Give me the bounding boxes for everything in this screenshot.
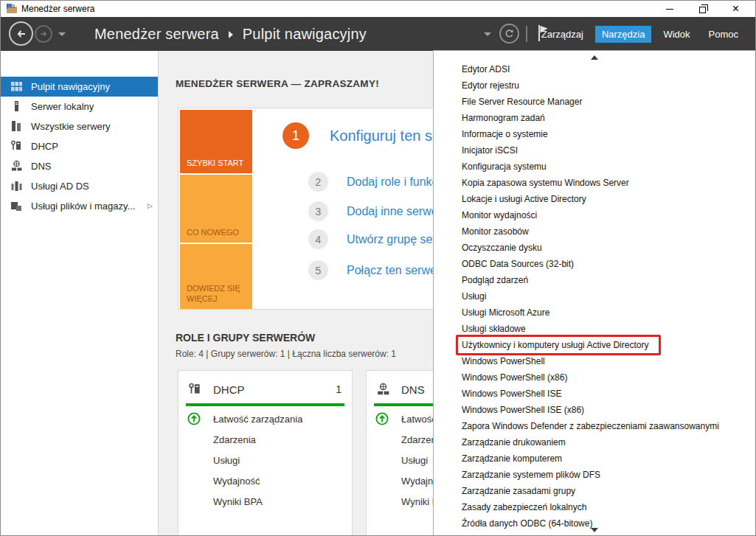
green-up-arrow-icon — [187, 411, 201, 426]
dhcp-row-services[interactable]: Usługi — [178, 450, 352, 470]
ad-ds-icon — [10, 180, 23, 192]
file-storage-icon — [10, 200, 23, 212]
tools-menu-item[interactable]: File Server Resource Manager — [434, 94, 755, 110]
tools-menu-item-highlighted[interactable]: Użytkownicy i komputery usługi Active Di… — [434, 337, 755, 353]
tools-menu-item[interactable]: Monitor zasobów — [434, 223, 755, 240]
tools-menu-item[interactable]: Edytor ADSI — [434, 61, 755, 77]
forward-button[interactable] — [35, 25, 52, 43]
dhcp-icon — [188, 383, 202, 397]
breadcrumb-page: Pulpit nawigacyjny — [243, 26, 367, 43]
tools-menu-item[interactable]: Informacje o systemie — [434, 126, 755, 142]
tools-menu-item[interactable]: Windows PowerShell — [434, 353, 755, 369]
tools-menu-item[interactable]: Harmonogram zadań — [434, 110, 755, 126]
tools-menu-item[interactable]: Konfiguracja systemu — [434, 159, 755, 175]
restore-icon — [699, 7, 706, 13]
sidebar-item-label: DHCP — [31, 141, 58, 152]
refresh-button[interactable] — [499, 24, 519, 43]
back-arrow-icon — [15, 27, 28, 41]
refresh-icon — [504, 28, 515, 39]
minimize-button[interactable] — [653, 1, 686, 17]
tools-menu-item[interactable]: Windows PowerShell ISE — [434, 386, 755, 402]
server-manager-window: Menedżer serwera × Menedżer serwera Pulp… — [0, 0, 756, 536]
local-server-icon — [10, 100, 23, 113]
step-number-badge: 5 — [308, 260, 328, 280]
tools-dropdown-menu: Edytor ADSI Edytor rejestru File Server … — [433, 50, 755, 535]
dhcp-row-manageability[interactable]: Łatwość zarządzania — [178, 408, 352, 429]
menubar: Zarządzaj Narzędzia Widok Pomoc — [535, 17, 745, 51]
tools-menu-item[interactable]: Usługi — [434, 288, 755, 304]
dhcp-row-events[interactable]: Zdarzenia — [178, 429, 352, 450]
breadcrumb-separator-icon — [229, 31, 233, 38]
sidebar-item-label: Usługi plików i magazy... — [31, 201, 135, 212]
dhcp-row-performance[interactable]: Wydajność — [178, 470, 352, 491]
address-caret-icon[interactable] — [484, 32, 491, 36]
step-number-badge: 1 — [282, 122, 309, 149]
forward-arrow-icon — [38, 29, 49, 39]
sidebar-item-ad-ds[interactable]: Usługi AD DS — [1, 176, 158, 196]
tools-menu-item[interactable]: Windows PowerShell (x86) — [434, 369, 755, 386]
sidebar-item-label: Pulpit nawigacyjny — [31, 81, 110, 92]
navigation-bar: Menedżer serwera Pulpit nawigacyjny Zarz… — [1, 17, 755, 51]
tools-menu-item[interactable]: Usługi Microsoft Azure — [434, 304, 755, 321]
tools-menu-item[interactable]: Windows PowerShell ISE (x86) — [434, 402, 755, 418]
sidebar: Pulpit nawigacyjny Serwer lokalny Wszyst… — [1, 51, 159, 535]
tools-menu-item[interactable]: Monitor wydajności — [434, 207, 755, 223]
tools-menu-item[interactable]: Lokacje i usługi Active Directory — [434, 191, 755, 207]
sidebar-item-dns[interactable]: DNS — [1, 156, 158, 176]
green-up-arrow-icon — [375, 411, 389, 426]
tools-menu-item[interactable]: Oczyszczanie dysku — [434, 240, 755, 256]
back-button[interactable] — [9, 21, 33, 46]
tools-menu-item[interactable]: Edytor rejestru — [434, 77, 755, 94]
menu-pomoc[interactable]: Pomoc — [702, 26, 745, 43]
tools-menu-item[interactable]: Usługi składowe — [434, 321, 755, 337]
dns-icon — [10, 160, 23, 173]
sidebar-item-dashboard[interactable]: Pulpit nawigacyjny — [1, 77, 158, 97]
dhcp-row-bpa[interactable]: Wyniki BPA — [178, 491, 352, 512]
breadcrumb-root[interactable]: Menedżer serwera — [94, 26, 219, 43]
dhcp-icon — [10, 140, 23, 153]
roles-summary: Role: 4 | Grupy serwerów: 1 | Łączna lic… — [176, 349, 396, 359]
tools-menu-item[interactable]: Inicjator iSCSI — [434, 142, 755, 159]
tools-menu-item[interactable]: ODBC Data Sources (32-bit) — [434, 256, 755, 272]
title-bar: Menedżer serwera × — [1, 1, 755, 17]
scroll-down-arrow-icon[interactable] — [591, 528, 598, 532]
whats-new-tab[interactable]: CO NOWEGO — [180, 175, 252, 243]
step-add-roles[interactable]: 2 Dodaj role i funkcje — [308, 172, 447, 192]
sidebar-item-all-servers[interactable]: Wszystkie serwery — [1, 116, 158, 136]
tools-menu-item[interactable]: Kopia zapasowa systemu Windows Server — [434, 175, 755, 191]
tools-menu-item[interactable]: Zasady zabezpieczeń lokalnych — [434, 499, 755, 515]
step-number-badge: 3 — [308, 201, 328, 221]
sidebar-item-label: Usługi AD DS — [31, 181, 89, 192]
expand-arrow-icon[interactable]: ▷ — [148, 202, 153, 209]
scroll-up-arrow-icon[interactable] — [591, 55, 598, 60]
sidebar-item-label: Wszystkie serwery — [31, 121, 111, 132]
history-caret-icon[interactable] — [58, 32, 66, 36]
quick-start-label: SZYBKI START — [187, 158, 243, 168]
sidebar-item-file-storage-services[interactable]: Usługi plików i magazy... ▷ — [1, 196, 158, 216]
row-icon-spacer — [375, 453, 389, 467]
tools-menu-item[interactable]: Zarządzanie komputerem — [434, 450, 755, 467]
row-icon-spacer — [375, 473, 389, 488]
menu-zarzadzaj[interactable]: Zarządzaj — [535, 26, 590, 43]
sidebar-item-label: DNS — [31, 161, 51, 172]
sidebar-item-dhcp[interactable]: DHCP — [1, 136, 158, 156]
close-button[interactable]: × — [719, 1, 752, 17]
dhcp-tile-header[interactable]: DHCP 1 — [188, 380, 341, 398]
whats-new-label: CO NOWEGO — [187, 227, 239, 237]
menu-narzedzia[interactable]: Narzędzia — [595, 26, 652, 43]
quick-start-tab[interactable]: SZYBKI START — [180, 110, 252, 173]
close-icon: × — [732, 3, 739, 15]
tools-menu-item[interactable]: Zapora Windows Defender z zabezpieczenia… — [434, 418, 755, 434]
restore-button[interactable] — [686, 1, 719, 17]
menu-widok[interactable]: Widok — [656, 26, 696, 43]
learn-more-tab[interactable]: DOWIEDZ SIĘ WIĘCEJ — [180, 244, 252, 309]
tools-menu-item[interactable]: Zarządzanie zasadami grupy — [434, 483, 755, 499]
tools-menu-item[interactable]: Zarządzanie drukowaniem — [434, 434, 755, 450]
sidebar-item-local-server[interactable]: Serwer lokalny — [1, 97, 158, 116]
row-icon-spacer — [187, 453, 201, 467]
sidebar-item-label: Serwer lokalny — [31, 101, 94, 112]
tools-menu-item[interactable]: Zarządzanie systemem plików DFS — [434, 467, 755, 483]
tools-menu-item[interactable]: Podgląd zdarzeń — [434, 272, 755, 288]
all-servers-icon — [10, 120, 23, 133]
dhcp-server-count: 1 — [336, 383, 341, 395]
